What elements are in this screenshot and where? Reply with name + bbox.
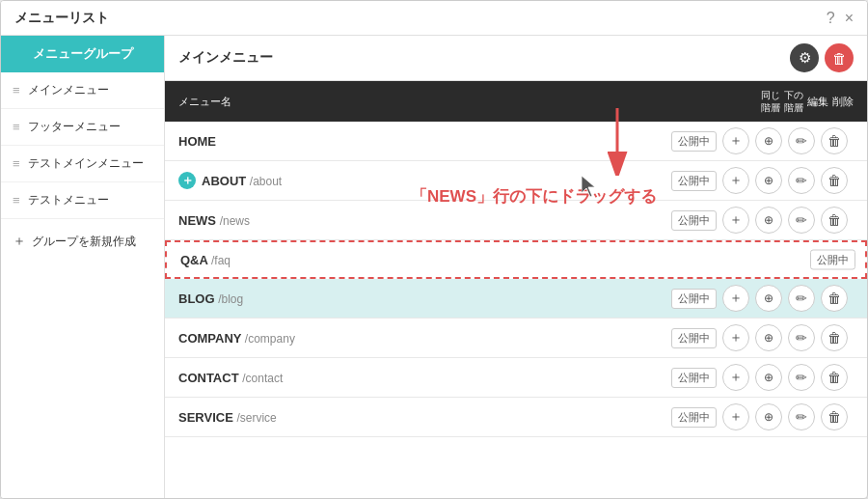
drag-icon: ≡	[13, 193, 20, 208]
add-group-button[interactable]: ＋ グループを新規作成	[1, 223, 164, 260]
drag-icon: ≡	[13, 156, 20, 171]
col-same-level: 同じ階層	[761, 89, 780, 114]
modal-header-actions: ? ×	[827, 10, 854, 27]
sidebar-item-test-menu[interactable]: ≡ テストメニュー	[1, 182, 164, 219]
col-name: メニュー名	[178, 95, 757, 108]
add-group-label: グループを新規作成	[32, 234, 136, 250]
table-row: COMPANY /company 公開中 ＋ ⊕ ✏ 🗑	[165, 319, 867, 358]
lower-level-btn[interactable]: ⊕	[755, 127, 782, 154]
col-lower-level: 下の階層	[784, 89, 803, 114]
table-row: HOME 公開中 ＋ ⊕ ✏ 🗑	[165, 122, 867, 161]
edit-btn[interactable]: ✏	[788, 403, 815, 430]
edit-btn[interactable]: ✏	[788, 364, 815, 391]
settings-button[interactable]: ⚙	[790, 43, 819, 72]
same-level-btn[interactable]: ＋	[722, 127, 749, 154]
delete-btn[interactable]: 🗑	[821, 324, 848, 351]
same-level-btn[interactable]: ＋	[722, 324, 749, 351]
status-badge: 公開中	[671, 407, 717, 428]
row-name-news: NEWS /news	[178, 213, 665, 228]
sidebar: メニューグループ ≡ メインメニュー ≡ フッターメニュー ≡ テストメインメニ…	[1, 36, 165, 498]
row-name-contact: CONTACT /contact	[178, 371, 665, 385]
lower-level-btn[interactable]: ⊕	[755, 207, 782, 234]
main-header-title: メインメニュー	[178, 49, 273, 67]
sidebar-item-footer-menu[interactable]: ≡ フッターメニュー	[1, 109, 164, 146]
delete-btn[interactable]: 🗑	[821, 364, 848, 391]
sidebar-item-label: テストメインメニュー	[28, 155, 144, 172]
row-name-about: ＋ ABOUT /about	[178, 172, 665, 189]
lower-level-btn[interactable]: ⊕	[755, 324, 782, 351]
table-row: SERVICE /service 公開中 ＋ ⊕ ✏ 🗑	[165, 398, 867, 437]
drag-icon: ≡	[13, 120, 20, 134]
table-row: CONTACT /contact 公開中 ＋ ⊕ ✏ 🗑	[165, 358, 867, 398]
main-header: メインメニュー ⚙ 🗑	[165, 36, 867, 81]
expand-icon[interactable]: ＋	[178, 172, 196, 189]
row-name-blog: BLOG /blog	[178, 291, 665, 306]
lower-level-btn[interactable]: ⊕	[755, 167, 782, 194]
edit-btn[interactable]: ✏	[788, 324, 815, 351]
row-name-company: COMPANY /company	[178, 331, 665, 346]
same-level-btn[interactable]: ＋	[722, 207, 749, 234]
close-icon[interactable]: ×	[845, 10, 854, 27]
table-row: ＋ ABOUT /about 公開中 ＋ ⊕ ✏ 🗑	[165, 161, 867, 201]
row-name-home: HOME	[178, 134, 665, 149]
edit-btn[interactable]: ✏	[788, 167, 815, 194]
menu-table: メニュー名 同じ階層 下の階層 編集 削除 HOME 公開中 ＋ ⊕	[165, 81, 867, 437]
table-header: メニュー名 同じ階層 下の階層 編集 削除	[165, 81, 867, 122]
table-container: メニュー名 同じ階層 下の階層 編集 削除 HOME 公開中 ＋ ⊕	[165, 81, 867, 498]
modal-header: メニューリスト ? ×	[1, 1, 867, 36]
col-delete: 削除	[832, 95, 854, 108]
plus-icon: ＋	[13, 233, 26, 250]
status-badge-right: 公開中	[810, 250, 855, 270]
lower-level-btn[interactable]: ⊕	[755, 364, 782, 391]
delete-btn[interactable]: 🗑	[821, 127, 848, 154]
main-content: メインメニュー ⚙ 🗑 メニュー名 同じ階層 下の階層 編集 削除	[165, 36, 867, 498]
lower-level-btn[interactable]: ⊕	[755, 403, 782, 430]
same-level-btn[interactable]: ＋	[722, 364, 749, 391]
row-name-service: SERVICE /service	[178, 410, 665, 425]
status-badge: 公開中	[671, 171, 717, 191]
edit-btn[interactable]: ✏	[788, 207, 815, 234]
sidebar-item-label: フッターメニュー	[28, 119, 121, 135]
edit-btn[interactable]: ✏	[788, 285, 815, 312]
delete-btn[interactable]: 🗑	[821, 207, 848, 234]
help-icon[interactable]: ?	[827, 10, 835, 27]
status-badge: 公開中	[671, 328, 717, 348]
same-level-btn[interactable]: ＋	[722, 285, 749, 312]
main-header-actions: ⚙ 🗑	[790, 43, 854, 72]
same-level-btn[interactable]: ＋	[722, 403, 749, 430]
col-edit: 編集	[807, 95, 828, 108]
sidebar-item-label: テストメニュー	[28, 192, 109, 208]
delete-button[interactable]: 🗑	[825, 43, 854, 72]
table-row: NEWS /news 公開中 ＋ ⊕ ✏ 🗑	[165, 201, 867, 240]
sidebar-item-test-main-menu[interactable]: ≡ テストメインメニュー	[1, 146, 164, 182]
sidebar-item-main-menu[interactable]: ≡ メインメニュー	[1, 72, 164, 109]
modal: メニューリスト ? × メニューグループ ≡ メインメニュー ≡ フッターメニュ…	[0, 0, 868, 499]
delete-btn[interactable]: 🗑	[821, 403, 848, 430]
table-row-blog: BLOG /blog 公開中 ＋ ⊕ ✏ 🗑	[165, 279, 867, 319]
status-badge: 公開中	[671, 131, 717, 152]
status-badge: 公開中	[671, 368, 717, 388]
drag-icon: ≡	[13, 83, 20, 97]
table-row-qa: Q&A /faq 公開中 公開中	[165, 240, 867, 279]
edit-btn[interactable]: ✏	[788, 127, 815, 154]
delete-btn[interactable]: 🗑	[821, 285, 848, 312]
row-name-qa: Q&A /faq	[180, 253, 772, 267]
delete-btn[interactable]: 🗑	[821, 167, 848, 194]
status-badge: 公開中	[671, 289, 717, 309]
modal-title: メニューリスト	[14, 10, 109, 27]
same-level-btn[interactable]: ＋	[722, 167, 749, 194]
lower-level-btn[interactable]: ⊕	[755, 285, 782, 312]
sidebar-header: メニューグループ	[1, 36, 164, 72]
modal-body: メニューグループ ≡ メインメニュー ≡ フッターメニュー ≡ テストメインメニ…	[1, 36, 867, 498]
sidebar-item-label: メインメニュー	[28, 82, 109, 98]
status-badge: 公開中	[671, 210, 717, 231]
